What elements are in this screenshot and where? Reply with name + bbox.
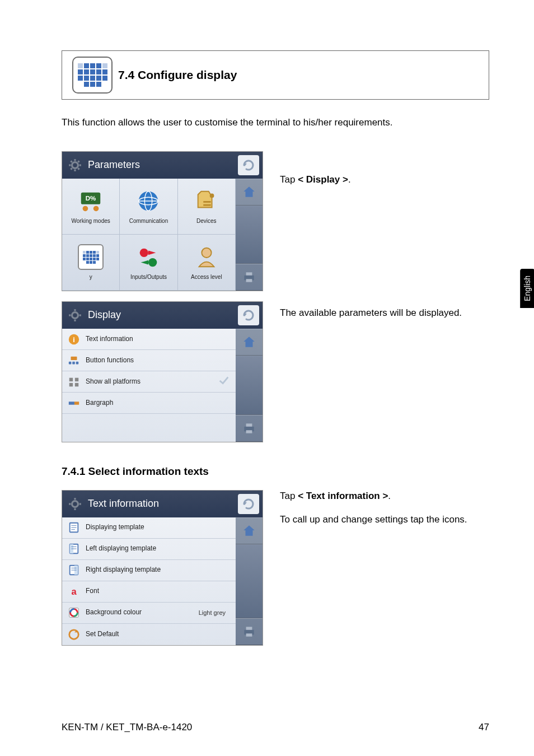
list-item-label: Font (86, 587, 230, 596)
svg-point-23 (148, 258, 157, 267)
svg-text:a: a (71, 586, 77, 596)
gear-icon (68, 158, 82, 172)
buttons-icon (68, 354, 80, 367)
sidebar-spacer (236, 544, 263, 618)
back-button[interactable] (238, 155, 259, 175)
svg-line-5 (71, 161, 72, 162)
print-button[interactable] (236, 618, 263, 645)
text-information-screenshot: Text information Displaying template (62, 490, 263, 646)
tile-label: Communication (129, 217, 168, 225)
svg-rect-80 (246, 633, 252, 636)
page-footer: KEN-TM / KET_TM-BA-e-1420 47 (62, 721, 489, 734)
subsection-title: 7.4.1 Select information texts (62, 465, 489, 479)
footer-left: KEN-TM / KET_TM-BA-e-1420 (62, 721, 192, 734)
svg-rect-28 (246, 272, 252, 275)
parameters-screenshot: Parameters D% Working modes (62, 151, 263, 291)
bargraph-row[interactable]: Bargraph (62, 393, 236, 414)
communication-tile[interactable]: Communication (120, 179, 177, 235)
svg-rect-38 (69, 361, 72, 364)
communication-icon (135, 188, 161, 214)
svg-rect-39 (72, 361, 75, 364)
tile-label: Working modes (72, 217, 110, 225)
svg-rect-42 (69, 377, 73, 381)
list-item-label: Right displaying template (86, 566, 230, 575)
svg-rect-40 (76, 361, 79, 364)
svg-point-0 (72, 162, 78, 169)
svg-rect-47 (74, 402, 79, 405)
available-parameters-note: The available parameters will be display… (280, 307, 489, 319)
svg-rect-41 (71, 356, 77, 360)
button-functions-row[interactable]: Button functions (62, 350, 236, 371)
print-button[interactable] (236, 415, 263, 442)
home-button[interactable] (236, 517, 263, 544)
home-button[interactable] (236, 329, 263, 356)
svg-rect-29 (246, 279, 252, 282)
panel-title: Display (88, 309, 121, 321)
list-item-label: Text information (86, 335, 230, 344)
display-icon (72, 57, 113, 94)
bargraph-icon (68, 397, 80, 409)
svg-point-25 (202, 248, 211, 258)
tile-label: y (90, 273, 92, 281)
tile-label: Devices (196, 217, 217, 225)
svg-rect-46 (69, 402, 74, 405)
display-screenshot: Display i Text information (62, 301, 263, 442)
back-button[interactable] (238, 494, 259, 514)
svg-point-12 (83, 206, 88, 212)
svg-point-21 (140, 249, 148, 257)
panel-title: Parameters (88, 158, 140, 171)
home-button[interactable] (236, 179, 263, 206)
display-tile-icon (78, 244, 104, 270)
template-icon (68, 521, 80, 534)
language-tab: English (520, 269, 534, 308)
list-item-label: Bargraph (86, 399, 230, 408)
section-title: 7.4 Configure display (118, 67, 237, 82)
tile-label: Access level (191, 273, 222, 281)
svg-rect-50 (246, 423, 252, 426)
background-colour-row[interactable]: Background colour Light grey (62, 603, 236, 624)
tap-text-info-note: Tap < Text information >. (280, 490, 489, 502)
list-item-label: Left displaying template (86, 544, 230, 553)
font-icon: a (68, 585, 80, 598)
svg-line-8 (78, 161, 79, 162)
check-icon (218, 374, 230, 389)
working-modes-tile[interactable]: D% Working modes (62, 179, 120, 235)
print-button[interactable] (236, 264, 263, 291)
svg-rect-45 (75, 382, 78, 386)
change-settings-note: To call up and change settings tap the i… (280, 514, 489, 526)
display-tile[interactable]: y (62, 235, 120, 291)
left-template-row[interactable]: Left displaying template (62, 539, 236, 560)
section-header: 7.4 Configure display (62, 50, 489, 100)
inputs-outputs-icon (135, 244, 161, 270)
font-row[interactable]: a Font (62, 581, 236, 603)
svg-rect-44 (69, 382, 73, 386)
gear-icon (68, 497, 82, 511)
platforms-icon (68, 376, 80, 388)
svg-marker-77 (243, 525, 255, 535)
set-default-row[interactable]: Set Default (62, 624, 236, 645)
displaying-template-row[interactable]: Displaying template (62, 517, 236, 539)
svg-line-7 (71, 169, 72, 170)
svg-rect-19 (203, 204, 210, 206)
svg-text:D%: D% (86, 195, 96, 202)
list-item-label: Show all platforms (86, 377, 212, 386)
section-intro: This function allows the user to customi… (62, 116, 489, 129)
inputs-outputs-tile[interactable]: Inputs/Outputs (120, 235, 177, 291)
access-level-tile[interactable]: Access level (178, 235, 236, 291)
svg-point-13 (93, 206, 99, 212)
info-icon: i (68, 333, 80, 346)
sidebar-spacer (236, 356, 263, 415)
list-item-value: Light grey (199, 609, 230, 617)
right-template-row[interactable]: Right displaying template (62, 560, 236, 581)
svg-text:i: i (73, 335, 75, 343)
colour-icon (68, 606, 80, 619)
reset-icon (68, 628, 80, 641)
gear-icon (68, 308, 82, 323)
text-information-row[interactable]: i Text information (62, 329, 236, 350)
list-item-label: Displaying template (86, 523, 230, 532)
working-modes-icon: D% (78, 188, 104, 214)
show-all-platforms-row[interactable]: Show all platforms (62, 371, 236, 393)
back-button[interactable] (238, 305, 259, 325)
svg-rect-43 (75, 377, 78, 381)
devices-tile[interactable]: Devices (178, 179, 236, 235)
